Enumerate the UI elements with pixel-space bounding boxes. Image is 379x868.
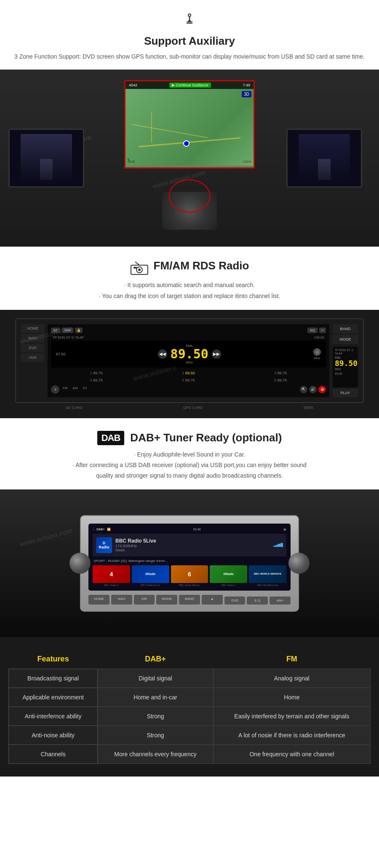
btn-dim[interactable]: DIM xyxy=(62,328,73,333)
ch-world-name: BBC WorldService xyxy=(249,584,286,586)
hw-btn-home[interactable]: HOME xyxy=(88,595,109,605)
left-screen xyxy=(8,129,84,188)
btn-power[interactable]: ⏻ xyxy=(318,386,326,393)
dab-station-logo: DRadio xyxy=(96,537,112,553)
dab-desc-3: quality and stronger signal to many digi… xyxy=(8,470,371,481)
fm-noise: A lot of nosie if there is radio interfe… xyxy=(213,726,370,745)
svg-line-9 xyxy=(135,262,139,265)
radio-icon-small: ⊙ xyxy=(313,348,321,356)
hw-btn-up[interactable]: ▲ xyxy=(202,595,223,605)
icon-wifi: 📶 xyxy=(107,528,111,531)
btn-play[interactable]: PLAY xyxy=(333,389,358,397)
center-console-area xyxy=(162,192,217,230)
radio-mhz-small: MHz xyxy=(314,357,320,360)
gps-header: 4542 ▶ Continue Guidance 7:49 xyxy=(125,81,254,89)
label-st: ST xyxy=(81,385,89,394)
dab-ch-world: BBC WORLD SERVICE xyxy=(249,565,286,583)
radio-2-info: TP EON ST ⊙ TA AF xyxy=(335,349,356,355)
btn-vol[interactable]: 🔊 xyxy=(309,386,317,393)
dab-interference: Strong xyxy=(98,707,213,726)
feature-environment: Applicable environment xyxy=(9,688,98,707)
btn-pause[interactable]: ⏸ xyxy=(51,385,59,394)
feature-channels: Channels xyxy=(9,745,98,764)
dab-environment: Home and in-car xyxy=(98,688,213,707)
knob-right xyxy=(288,553,310,574)
radio-right-indicator: ⊙ MHz xyxy=(313,348,321,360)
radio-bottom-left: ⏸ FM AM ST xyxy=(51,385,89,394)
radio-desc-2: · You can drag the icon of target statio… xyxy=(8,291,371,301)
right-headrest xyxy=(286,70,371,247)
gps-screen: 4542 ▶ Continue Guidance 7:49 3D 0 4545 … xyxy=(124,80,255,169)
radio-freq-right-small: 108.00 xyxy=(314,336,324,339)
preset-3[interactable]: 3 89.75 xyxy=(235,370,326,376)
radio-desc: · It supports automatic search and manua… xyxy=(8,280,371,301)
btn-search[interactable]: 🔍 xyxy=(300,386,307,393)
nav-ams[interactable]: AMS xyxy=(21,353,44,362)
label-gps-card: GPS CARD xyxy=(183,406,203,410)
radio-nav-buttons: HOME NAVI DVD AMS xyxy=(21,324,44,397)
left-screen-content xyxy=(21,134,72,182)
radio-2-freq: 89.50 xyxy=(335,359,356,368)
radio-title-row: FM/AM RDS Radio xyxy=(8,259,371,277)
dab-station-type: News xyxy=(115,548,156,552)
hw-btn-navi[interactable]: NAVI xyxy=(111,595,132,605)
auxiliary-desc: 3 Zone Function Support: DVD screen show… xyxy=(8,52,371,61)
btn-ir[interactable]: IR xyxy=(319,328,326,333)
label-seek: SEEK xyxy=(304,406,314,410)
hw-btn-sir[interactable]: SIR xyxy=(134,595,155,605)
gps-num: 4545 xyxy=(128,160,135,164)
nav-dvd[interactable]: DVD xyxy=(21,344,44,352)
dab-station-logo-text: DRadio xyxy=(99,541,109,549)
th-dab: DAB+ xyxy=(98,650,213,669)
btn-band[interactable]: BAND xyxy=(333,324,358,333)
hw-btn-band[interactable]: BAND xyxy=(179,595,200,605)
hw-btn-mode[interactable]: MODE xyxy=(156,595,177,605)
hw-btn-eq[interactable]: E.Q xyxy=(247,597,268,605)
hw-buttons-row: HOME NAVI SIR MODE BAND ▲ DVD E.Q AM+ xyxy=(88,595,291,605)
hw-btn-am[interactable]: AM+ xyxy=(270,597,291,605)
radio-top-right-btns: EQ IR xyxy=(307,328,326,333)
btn-prev[interactable]: ◀◀ xyxy=(158,349,167,359)
dab-section: DAB DAB+ Tuner Ready (optional) · Enjoy … xyxy=(0,418,379,490)
auxiliary-desc-text: 3 Zone Function Support: DVD screen show… xyxy=(14,53,365,60)
radio-desc-1: · It supports automatic search and manua… xyxy=(8,280,371,290)
road-line-v xyxy=(151,112,152,143)
table-row: Anti-noise ability Strong A lot of nosie… xyxy=(9,726,371,745)
icon-home-small: ⌂ xyxy=(93,528,94,531)
preset-2[interactable]: 2 89.50 xyxy=(143,370,234,376)
dab-logo-badge: DAB xyxy=(97,431,125,445)
ch-5live-label: DRadle xyxy=(145,572,155,576)
btn-eq[interactable]: EQ xyxy=(307,328,318,333)
ch-6-number: 6 xyxy=(188,571,191,578)
feature-noise: Anti-noise ability xyxy=(9,726,98,745)
btn-mode[interactable]: MODE xyxy=(333,335,358,344)
preset-5[interactable]: 5 89.75 xyxy=(143,377,234,383)
svg-rect-8 xyxy=(133,267,137,269)
icon-battery: ▣ xyxy=(283,528,286,531)
radio-info-bar: TP EON ST ⊙ TA AF 108.00 xyxy=(51,336,326,339)
radio-2-preset: 89.50 xyxy=(335,372,356,375)
dab-channel-names: BBC Radio 4 BBC Radio 5Live BBC Radio 6M… xyxy=(93,584,286,586)
left-headrest xyxy=(8,70,93,247)
btn-bt[interactable]: BT xyxy=(51,328,60,333)
nav-navi[interactable]: NAVI xyxy=(21,334,44,342)
nav-home[interactable]: HOME xyxy=(21,324,44,333)
preset-4[interactable]: 4 89.75 xyxy=(51,377,142,383)
gps-screen-container: 4542 ▶ Continue Guidance 7:49 3D 0 4545 … xyxy=(124,80,255,169)
preset-1[interactable]: 1 89.75 xyxy=(51,370,142,376)
hw-btn-dvd[interactable]: DVD xyxy=(224,597,246,605)
preset-6[interactable]: 6 89.75 xyxy=(235,377,326,383)
btn-next[interactable]: ▶▶ xyxy=(212,349,221,359)
radio-freq-main-area: FM1 89.50 MHz xyxy=(171,344,208,364)
auxiliary-title: Support Auxiliary xyxy=(8,35,371,48)
btn-lock[interactable]: 🔒 xyxy=(75,328,83,333)
feature-broadcasting: Broadcasting signal xyxy=(9,669,98,688)
feature-interference: Anti-interfernce ability xyxy=(9,707,98,726)
radio-footer-labels: SD CARD GPS CARD SEEK xyxy=(15,406,364,410)
car-radio-wrapper: ⌂ DAB+ 📶 01:43 ▣ DRadio BBC Radio 5Live xyxy=(80,515,299,612)
dab-ch-7: DRadle xyxy=(210,565,247,583)
comparison-table: Features DAB+ FM Broadcasting signal Dig… xyxy=(8,650,371,764)
radio-freq-display: 87.50 ◀◀ FM1 89.50 MHz ▶▶ ⊙ MHz xyxy=(51,341,326,368)
dab-noise: Strong xyxy=(98,726,213,745)
road-line-2 xyxy=(132,124,208,138)
